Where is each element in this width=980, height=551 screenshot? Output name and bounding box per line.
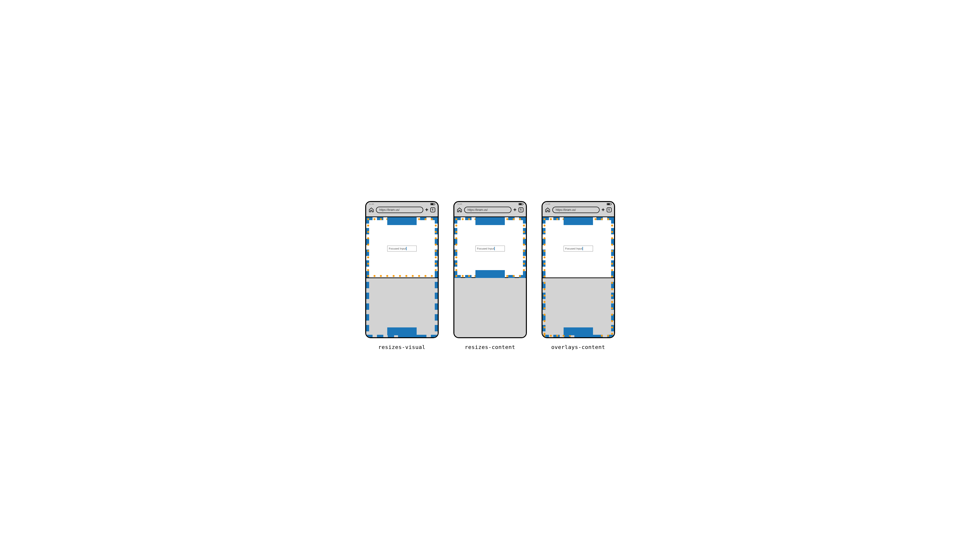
tab-count-button[interactable]: 5 bbox=[430, 207, 435, 212]
tab-count-button[interactable]: 5 bbox=[519, 207, 523, 212]
focused-input[interactable]: Focused Input bbox=[387, 246, 417, 251]
text-caret bbox=[494, 247, 495, 250]
diagram-stage: 11:45 https://bram.us/ + 5 bbox=[355, 191, 625, 360]
screen: Focused Input bbox=[366, 217, 438, 337]
panel-resizes-visual: 11:45 https://bram.us/ + 5 bbox=[365, 201, 439, 350]
screen: Focused Input bbox=[454, 217, 526, 337]
url-text: https://bram.us/ bbox=[468, 208, 488, 211]
url-bar[interactable]: https://bram.us/ bbox=[464, 207, 511, 213]
tab-count-value: 5 bbox=[432, 208, 434, 211]
clock: 11:45 bbox=[457, 203, 462, 205]
clock: 11:45 bbox=[369, 203, 374, 205]
focused-input[interactable]: Focused Input bbox=[476, 246, 505, 251]
toolbar: https://bram.us/ + 5 bbox=[457, 206, 523, 214]
toolbar: https://bram.us/ + 5 bbox=[545, 206, 612, 214]
browser-chrome: 11:45 https://bram.us/ + 5 bbox=[542, 202, 614, 217]
text-caret bbox=[582, 247, 583, 250]
fixed-bottom-strip bbox=[574, 335, 597, 337]
panel-caption: resizes-visual bbox=[378, 344, 425, 350]
device-frame: 11:45 https://bram.us/ + 5 bbox=[542, 201, 615, 338]
new-tab-button[interactable]: + bbox=[513, 207, 517, 213]
home-icon[interactable] bbox=[369, 207, 374, 213]
url-bar[interactable]: https://bram.us/ bbox=[552, 207, 600, 213]
fixed-top-element bbox=[476, 217, 505, 225]
text-caret bbox=[406, 247, 407, 250]
toolbar: https://bram.us/ + 5 bbox=[369, 206, 435, 214]
browser-chrome: 11:45 https://bram.us/ + 5 bbox=[366, 202, 438, 217]
tab-count-button[interactable]: 5 bbox=[607, 207, 612, 212]
panel-caption: resizes-content bbox=[465, 344, 515, 350]
clock: 11:45 bbox=[546, 203, 550, 205]
battery-icon bbox=[430, 203, 435, 205]
panel-caption: overlays-content bbox=[551, 344, 605, 350]
input-label: Focused Input bbox=[565, 247, 582, 250]
url-text: https://bram.us/ bbox=[556, 208, 576, 211]
url-text: https://bram.us/ bbox=[379, 208, 400, 211]
status-bar: 11:45 bbox=[369, 203, 435, 205]
fixed-bottom-element bbox=[563, 327, 593, 335]
url-bar[interactable]: https://bram.us/ bbox=[376, 207, 423, 213]
battery-icon bbox=[519, 203, 523, 205]
tab-count-value: 5 bbox=[608, 208, 610, 211]
fixed-bottom-element bbox=[387, 327, 417, 335]
battery-icon bbox=[607, 203, 611, 205]
status-bar: 11:45 bbox=[457, 203, 523, 205]
device-frame: 11:45 https://bram.us/ + 5 bbox=[365, 201, 439, 338]
panel-resizes-content: 11:45 https://bram.us/ + 5 bbox=[453, 201, 527, 350]
fixed-top-element bbox=[563, 217, 593, 225]
new-tab-button[interactable]: + bbox=[601, 207, 605, 213]
fixed-top-element bbox=[387, 217, 417, 225]
status-bar: 11:45 bbox=[545, 203, 612, 205]
device-frame: 11:45 https://bram.us/ + 5 bbox=[453, 201, 527, 338]
input-label: Focused Input bbox=[389, 247, 406, 250]
fixed-bottom-element bbox=[476, 270, 505, 278]
new-tab-button[interactable]: + bbox=[425, 207, 428, 213]
panel-overlays-content: 11:45 https://bram.us/ + 5 bbox=[542, 201, 615, 350]
tab-count-value: 5 bbox=[520, 208, 522, 211]
home-icon[interactable] bbox=[457, 207, 462, 213]
fixed-bottom-strip bbox=[398, 335, 420, 337]
screen: Focused Input bbox=[542, 217, 614, 337]
input-label: Focused Input bbox=[477, 247, 494, 250]
browser-chrome: 11:45 https://bram.us/ + 5 bbox=[454, 202, 526, 217]
home-icon[interactable] bbox=[545, 207, 550, 213]
focused-input[interactable]: Focused Input bbox=[563, 246, 593, 251]
